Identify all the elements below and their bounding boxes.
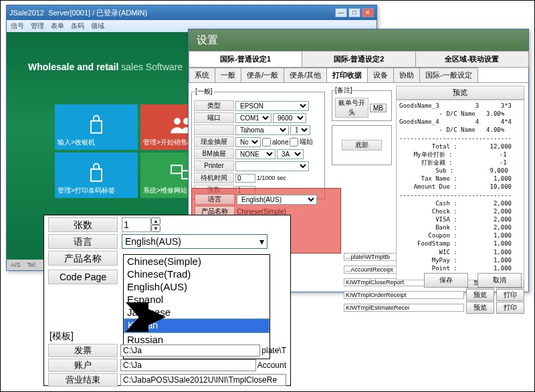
- label-language: 语言: [195, 194, 235, 205]
- preview-title: 预览: [396, 86, 524, 100]
- print-button[interactable]: 打印: [496, 302, 524, 314]
- menu-item[interactable]: 领域: [91, 21, 104, 31]
- chevron-down-icon: ▾: [259, 236, 264, 247]
- label-port: 端口: [194, 112, 234, 123]
- tab-intl1[interactable]: 国际-普通设定1: [189, 51, 302, 67]
- language-select[interactable]: English(AUS)▾: [122, 234, 268, 249]
- path-input[interactable]: C:\Ja: [120, 359, 256, 371]
- tab-assist[interactable]: 协助: [393, 68, 420, 82]
- label-printer: Printer name: [194, 161, 234, 171]
- maximize-button[interactable]: □: [348, 8, 360, 17]
- label-language: 语言: [48, 234, 118, 249]
- menu-item[interactable]: 信号: [11, 21, 24, 31]
- cash-no-select[interactable]: No: [235, 137, 261, 147]
- type-select[interactable]: EPSON: [235, 101, 309, 111]
- settings-left-panel: [一般] 类型EPSON 端口COM19600 Tahoma12 现金抽屉Noa…: [191, 86, 325, 201]
- path-input[interactable]: C:\JabaPOS\JSale2012U\INI\TmplCloseRe: [120, 374, 286, 386]
- sub-tabs: 系统 一般 便条/一般 便条/其他 打印收据 设备 协助 国际-一般设定: [189, 68, 528, 83]
- tab-region[interactable]: 全区域-联动设置: [415, 51, 529, 67]
- label-type: 类型: [194, 100, 234, 111]
- option-korean[interactable]: Korean: [124, 318, 270, 333]
- label-copies: 张数: [48, 217, 118, 232]
- spinner-up[interactable]: ▲: [151, 217, 160, 225]
- label-close: 营业结束: [48, 373, 118, 387]
- copies-input[interactable]: [122, 217, 151, 232]
- close-button[interactable]: ✕: [362, 8, 374, 17]
- option-chinese-trad[interactable]: Chinese(Trad): [124, 268, 270, 280]
- spinner-down[interactable]: ▼: [151, 225, 160, 232]
- mb-button[interactable]: MB: [370, 104, 387, 112]
- titlebar: JSale2012 Server[0001] / 已登录(ADMIN) — □ …: [7, 5, 377, 20]
- bag-icon: [87, 163, 106, 184]
- label-account: 账户: [48, 359, 118, 372]
- tab-memo2[interactable]: 便条/其他: [284, 68, 327, 82]
- menu-item[interactable]: 表单: [51, 21, 64, 31]
- zoom-panel: 张数▲▼ 语言English(AUS)▾ 产品名称 Code Page Chin…: [43, 215, 291, 386]
- label-codepage: Code Page: [48, 270, 118, 284]
- settings-header: 设置: [189, 29, 528, 51]
- wait-input[interactable]: [235, 174, 255, 183]
- top-tabs: 国际-普通设定1 国际-普通设定2 全区域-联动设置: [189, 51, 528, 68]
- fontsize-select[interactable]: 12: [290, 125, 310, 135]
- preview-button[interactable]: 预览: [466, 302, 494, 314]
- menu-item[interactable]: 条码: [71, 21, 84, 31]
- svg-point-0: [174, 118, 181, 124]
- receipt-preview: GoodsName_3 3 3*3 - D/C Name 3.00% Goods…: [396, 100, 524, 280]
- baud-select[interactable]: 9600: [273, 113, 306, 123]
- svg-rect-2: [171, 165, 182, 173]
- option-english-aus[interactable]: English(AUS): [124, 280, 270, 293]
- language-select[interactable]: English(AUS): [237, 195, 317, 205]
- save-button[interactable]: 保存: [424, 273, 468, 288]
- label-wait: 待机时间: [194, 173, 234, 183]
- settings-footer: 保存 取消: [424, 273, 522, 288]
- template-section: 发票C:\Japlate\T 账户C:\JaAccount 营业结束C:\Jab…: [48, 342, 286, 388]
- tmpl-legend: [模板]: [49, 330, 74, 342]
- memo-legend: [备注]: [335, 86, 352, 95]
- font-select[interactable]: Tahoma: [235, 125, 289, 135]
- user-title: 已登录(ADMIN): [96, 8, 147, 18]
- tile-barcode[interactable]: 管理>打印条码标签: [55, 153, 138, 198]
- label-prefix: 账单号开头: [335, 98, 368, 118]
- tab-intl2[interactable]: 国际-普通设定2: [302, 51, 415, 67]
- tab-intl-gen[interactable]: 国际-一般设定: [419, 68, 478, 82]
- tab-system[interactable]: 系统: [189, 68, 215, 82]
- tab-device[interactable]: 设备: [367, 68, 394, 82]
- bm2-select[interactable]: 3A: [277, 149, 304, 159]
- tile-register[interactable]: 输入>收银机: [55, 104, 138, 150]
- label-bm: BM抽屉: [194, 149, 234, 159]
- bm-select[interactable]: NONE: [235, 149, 276, 159]
- label-cashdrawer: 现金抽屉: [194, 136, 234, 147]
- menu-item[interactable]: 管理: [31, 21, 44, 31]
- alone-checkbox[interactable]: [262, 138, 271, 146]
- app-title: JSale2012: [9, 9, 44, 17]
- tab-receipt[interactable]: 打印收据: [326, 68, 368, 82]
- label-invoice: 发票: [48, 344, 118, 357]
- server-title: Server[0001] /: [48, 9, 94, 17]
- option-espanol[interactable]: Espanol: [124, 293, 270, 306]
- preview-button[interactable]: 预览: [466, 289, 494, 301]
- cancel-button[interactable]: 取消: [477, 273, 522, 288]
- tab-general[interactable]: 一般: [215, 68, 241, 82]
- settings-right-panel: 预览 GoodsName_3 3 3*3 - D/C Name 3.00% Go…: [396, 86, 524, 280]
- port-select[interactable]: COM1: [235, 113, 272, 123]
- label-bottom: 底部: [342, 140, 382, 151]
- auto-checkbox[interactable]: [290, 138, 298, 146]
- option-japanese[interactable]: Japanese: [124, 306, 270, 318]
- label-prodname: 产品名称: [48, 251, 118, 266]
- printer-select[interactable]: [235, 161, 309, 171]
- path-input[interactable]: C:\Ja: [120, 345, 260, 357]
- tab-memo1[interactable]: 便条/一般: [241, 68, 284, 82]
- group-general: [一般]: [194, 87, 214, 96]
- tagline: Wholesale and retail sales Software: [28, 62, 183, 72]
- bag-icon: [87, 114, 106, 136]
- settings-mid-panel: [备注] 账单号开头MB 底部: [332, 86, 392, 169]
- print-button[interactable]: 打印: [496, 289, 524, 301]
- minimize-button[interactable]: —: [335, 8, 347, 17]
- option-chinese-simple[interactable]: Chinese(Simple): [124, 255, 270, 268]
